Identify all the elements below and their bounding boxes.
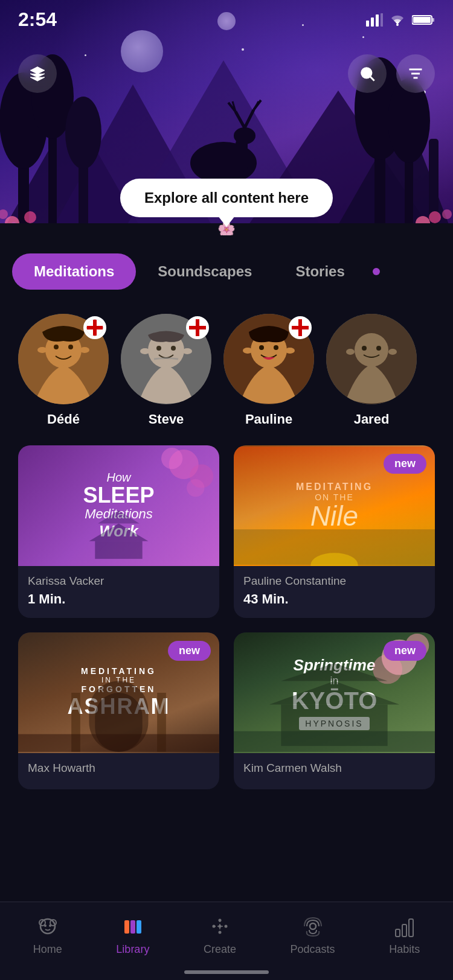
instructor-dede-avatar-wrap — [18, 314, 109, 404]
nav-library[interactable]: Library — [116, 914, 149, 956]
instructor-jared-name: Jared — [354, 412, 390, 427]
main-content: Dédé — [0, 302, 453, 886]
pauline-flag-badge — [289, 316, 312, 339]
nav-podcasts[interactable]: Podcasts — [291, 914, 335, 956]
card-kyoto-info: Kim Carmen Walsh — [234, 753, 435, 789]
svg-rect-89 — [95, 541, 142, 559]
instructor-steve[interactable]: Steve — [121, 314, 211, 427]
svg-rect-59 — [93, 319, 97, 336]
svg-point-63 — [156, 346, 161, 351]
svg-rect-0 — [366, 21, 369, 27]
svg-rect-6 — [413, 17, 431, 23]
svg-point-26 — [234, 127, 255, 144]
home-indicator — [184, 970, 269, 974]
svg-marker-90 — [89, 523, 149, 541]
ashram-new-badge: new — [168, 641, 211, 661]
card-nile-image: new MEDITATING ON THE Nile — [234, 445, 435, 566]
svg-rect-106 — [234, 731, 435, 752]
status-bar: 2:54 — [0, 0, 453, 36]
svg-point-84 — [388, 349, 397, 355]
podcasts-icon — [301, 914, 325, 938]
svg-point-4 — [396, 24, 399, 26]
instructor-pauline[interactable]: Pauline — [223, 314, 314, 427]
tab-meditations[interactable]: Meditations — [12, 253, 136, 290]
instructor-dede[interactable]: Dédé — [18, 314, 109, 427]
svg-rect-7 — [432, 18, 434, 22]
nile-card-background: new MEDITATING ON THE Nile — [234, 445, 435, 566]
wifi-icon — [389, 13, 406, 27]
england-flag-pauline — [292, 319, 309, 336]
tab-stories[interactable]: Stories — [274, 253, 366, 290]
card-sleep-image: How SLEEP Meditations Work — [18, 445, 219, 566]
home-icon — [36, 914, 60, 938]
svg-point-54 — [68, 345, 73, 349]
svg-marker-105 — [281, 663, 387, 681]
nav-create-label: Create — [204, 943, 236, 956]
categories-tabs: Meditations Soundscapes Stories — [0, 235, 453, 302]
svg-point-81 — [362, 346, 367, 351]
card-nile-duration: 43 Min. — [243, 591, 425, 607]
svg-point-72 — [259, 345, 264, 350]
svg-point-40 — [0, 209, 8, 219]
nav-habits[interactable]: Habits — [389, 914, 420, 956]
nav-library-label: Library — [116, 943, 149, 956]
card-ashram-info: Max Howarth — [18, 753, 219, 789]
svg-point-46 — [362, 68, 371, 78]
svg-point-55 — [37, 347, 47, 353]
bottom-navigation: Home Library Create Podca — [0, 902, 453, 980]
search-icon — [359, 65, 376, 82]
card-nile-author: Pauline Constantine — [243, 574, 425, 588]
card-kyoto[interactable]: new Springtime in KYŌTO HYPNOSIS Kim Car… — [234, 632, 435, 789]
nav-create[interactable]: Create — [204, 914, 236, 956]
search-button[interactable] — [348, 54, 387, 93]
svg-point-43 — [442, 209, 452, 219]
instructor-pauline-name: Pauline — [245, 412, 292, 427]
ashram-new-label: new — [179, 644, 200, 657]
card-nile[interactable]: new MEDITATING ON THE Nile Pauline Const… — [234, 445, 435, 618]
svg-point-110 — [44, 924, 47, 927]
habits-icon — [393, 914, 417, 938]
nav-home[interactable]: Home — [33, 914, 62, 956]
svg-rect-112 — [124, 920, 129, 934]
card-sleep-duration: 1 Min. — [28, 591, 210, 607]
svg-point-87 — [161, 448, 182, 469]
jared-face-svg — [326, 314, 417, 404]
instructor-pauline-avatar-wrap — [223, 314, 314, 404]
more-indicator-dot — [373, 268, 380, 275]
instructors-row: Dédé — [18, 314, 435, 439]
status-time: 2:54 — [18, 8, 57, 31]
svg-point-122 — [310, 923, 316, 929]
card-kyoto-author: Kim Carmen Walsh — [243, 762, 425, 775]
card-sleep[interactable]: How SLEEP Meditations Work Karissa Vacke… — [18, 445, 219, 618]
svg-point-74 — [243, 348, 252, 354]
content-cards-grid: How SLEEP Meditations Work Karissa Vacke… — [18, 445, 435, 789]
svg-rect-123 — [396, 929, 400, 937]
card-nile-info: Pauline Constantine 43 Min. — [234, 566, 435, 618]
svg-point-53 — [54, 345, 59, 349]
svg-rect-3 — [381, 13, 383, 27]
battery-icon — [412, 14, 435, 26]
svg-point-75 — [285, 348, 295, 354]
svg-rect-124 — [402, 924, 406, 937]
filter-button[interactable] — [396, 54, 435, 93]
card-ashram-author: Max Howarth — [28, 762, 210, 775]
dede-flag-badge — [83, 316, 106, 339]
instructor-jared[interactable]: Jared — [326, 314, 417, 427]
explore-bubble[interactable]: Explore all content here — [120, 179, 333, 217]
create-icon — [208, 914, 232, 938]
card-ashram[interactable]: new MEDITATING IN THE FORGOTTEN ASHRAM M… — [18, 632, 219, 789]
svg-point-80 — [355, 333, 388, 367]
tab-soundscapes-label: Soundscapes — [158, 263, 252, 279]
svg-rect-78 — [298, 319, 302, 336]
svg-rect-114 — [137, 920, 141, 934]
svg-line-47 — [370, 77, 374, 80]
svg-point-42 — [429, 211, 441, 223]
svg-point-73 — [274, 345, 278, 350]
tab-soundscapes[interactable]: Soundscapes — [136, 253, 274, 290]
sleep-card-decoration — [18, 445, 219, 566]
svg-rect-125 — [409, 919, 413, 937]
svg-rect-2 — [376, 14, 379, 27]
instructor-dede-name: Dédé — [47, 412, 80, 427]
steve-flag-badge — [186, 316, 209, 339]
layers-button[interactable] — [18, 54, 57, 93]
